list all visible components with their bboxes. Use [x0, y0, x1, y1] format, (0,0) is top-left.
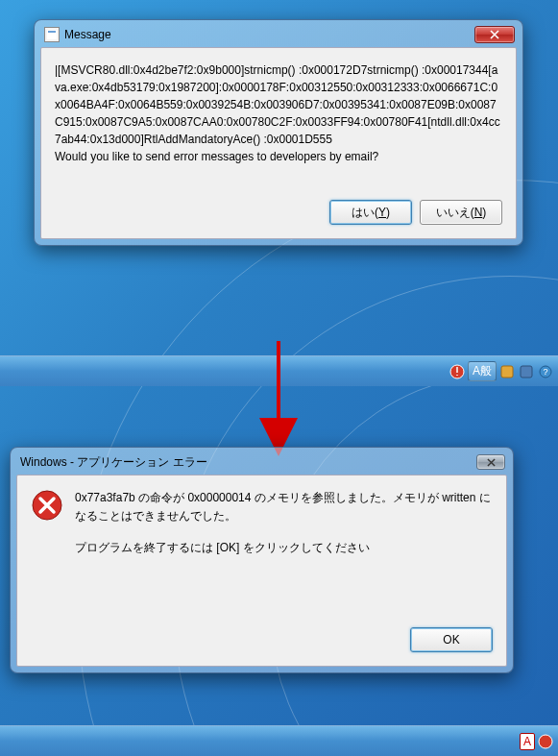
yes-button[interactable]: はい(Y): [329, 200, 412, 225]
titlebar[interactable]: Windows - アプリケーション エラー: [16, 453, 507, 475]
app-error-dialog: Windows - アプリケーション エラー 0x77a3fa7b の命令が 0…: [10, 447, 514, 673]
close-icon: [490, 30, 499, 39]
no-label: いいえ(N): [436, 205, 487, 221]
error-icon: [31, 489, 63, 524]
ime-indicator[interactable]: A般: [468, 361, 497, 381]
taskbar-bottom: A: [0, 725, 558, 756]
message-body: |[MSVCR80.dll:0x4d2be7f2:0x9b000]strnicm…: [55, 61, 502, 186]
close-button[interactable]: [476, 454, 505, 470]
tray-help-icon[interactable]: ?: [537, 363, 554, 380]
ok-button[interactable]: OK: [410, 627, 493, 652]
tray-a-badge[interactable]: A: [520, 733, 535, 750]
svg-point-5: [539, 735, 552, 748]
tray-caps-icon[interactable]: [498, 363, 516, 380]
tray-shield2-icon[interactable]: [537, 733, 554, 750]
svg-rect-2: [521, 366, 532, 378]
ok-label: OK: [443, 633, 459, 646]
tray-shield-icon[interactable]: [449, 363, 466, 380]
ime-label: A般: [473, 363, 492, 379]
close-button[interactable]: [474, 26, 515, 43]
svg-text:?: ?: [543, 367, 547, 377]
no-button[interactable]: いいえ(N): [420, 200, 502, 225]
titlebar[interactable]: Message: [40, 26, 517, 47]
error-line1: 0x77a3fa7b の命令が 0x00000014 のメモリを参照しました。メ…: [75, 489, 493, 525]
window-icon: [44, 27, 60, 42]
svg-rect-8: [48, 31, 56, 33]
close-icon: [487, 458, 496, 467]
error-line2: プログラムを終了するには [OK] をクリックしてください: [75, 539, 493, 557]
tray-tool-icon[interactable]: [518, 363, 535, 380]
yes-label: はい(Y): [352, 205, 390, 221]
taskbar-upper: A般 ?: [0, 355, 558, 386]
window-title: Windows - アプリケーション エラー: [20, 454, 476, 471]
message-dialog: Message |[MSVCR80.dll:0x4d2be7f2:0x9b000…: [34, 19, 523, 246]
svg-rect-1: [501, 366, 513, 378]
window-title: Message: [64, 28, 474, 41]
